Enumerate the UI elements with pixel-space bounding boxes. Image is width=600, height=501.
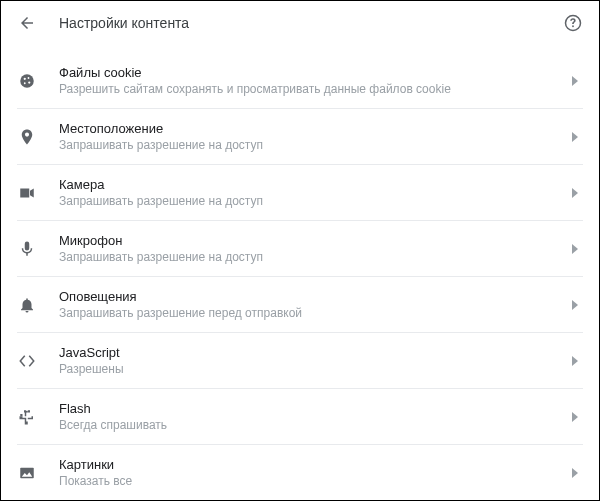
svg-point-4 [24,82,26,84]
setting-item-images[interactable]: Картинки Показать все [17,445,583,500]
item-title: Местоположение [59,121,567,136]
setting-item-cookies[interactable]: Файлы cookie Разрешить сайтам сохранять … [17,45,583,109]
images-icon [17,463,37,483]
javascript-icon [17,351,37,371]
setting-item-flash[interactable]: Flash Всегда спрашивать [17,389,583,445]
chevron-right-icon [567,129,583,145]
item-text: Камера Запрашивать разрешение на доступ [59,177,567,208]
item-title: Flash [59,401,567,416]
chevron-right-icon [567,241,583,257]
arrow-left-icon [18,14,36,32]
item-text: Местоположение Запрашивать разрешение на… [59,121,567,152]
header: Настройки контента [1,1,599,45]
location-icon [17,127,37,147]
chevron-right-icon [567,297,583,313]
svg-point-0 [20,74,34,88]
help-button[interactable] [563,13,583,33]
microphone-icon [17,239,37,259]
item-text: Микрофон Запрашивать разрешение на досту… [59,233,567,264]
chevron-right-icon [567,73,583,89]
settings-panel: Настройки контента Файлы cookie Разрешит… [0,0,600,501]
item-title: Картинки [59,457,567,472]
item-subtitle: Запрашивать разрешение на доступ [59,194,567,208]
setting-item-javascript[interactable]: JavaScript Разрешены [17,333,583,389]
cookie-icon [17,71,37,91]
item-text: Оповещения Запрашивать разрешение перед … [59,289,567,320]
item-title: JavaScript [59,345,567,360]
item-title: Оповещения [59,289,567,304]
item-title: Микрофон [59,233,567,248]
chevron-right-icon [567,353,583,369]
item-subtitle: Разрешить сайтам сохранять и просматрива… [59,82,567,96]
item-title: Файлы cookie [59,65,567,80]
item-text: Картинки Показать все [59,457,567,488]
setting-item-location[interactable]: Местоположение Запрашивать разрешение на… [17,109,583,165]
setting-item-camera[interactable]: Камера Запрашивать разрешение на доступ [17,165,583,221]
item-subtitle: Всегда спрашивать [59,418,567,432]
item-subtitle: Запрашивать разрешение на доступ [59,250,567,264]
item-subtitle: Запрашивать разрешение на доступ [59,138,567,152]
notifications-icon [17,295,37,315]
settings-list: Файлы cookie Разрешить сайтам сохранять … [1,45,599,500]
chevron-right-icon [567,185,583,201]
item-text: Файлы cookie Разрешить сайтам сохранять … [59,65,567,96]
chevron-right-icon [567,409,583,425]
item-subtitle: Разрешены [59,362,567,376]
item-subtitle: Запрашивать разрешение перед отправкой [59,306,567,320]
chevron-right-icon [567,465,583,481]
svg-point-3 [28,81,30,83]
flash-icon [17,407,37,427]
svg-point-2 [28,77,30,79]
page-title: Настройки контента [59,15,563,31]
item-text: JavaScript Разрешены [59,345,567,376]
setting-item-notifications[interactable]: Оповещения Запрашивать разрешение перед … [17,277,583,333]
item-text: Flash Всегда спрашивать [59,401,567,432]
setting-item-microphone[interactable]: Микрофон Запрашивать разрешение на досту… [17,221,583,277]
back-button[interactable] [17,13,37,33]
svg-point-1 [24,77,26,79]
item-title: Камера [59,177,567,192]
item-subtitle: Показать все [59,474,567,488]
camera-icon [17,183,37,203]
help-icon [564,14,582,32]
